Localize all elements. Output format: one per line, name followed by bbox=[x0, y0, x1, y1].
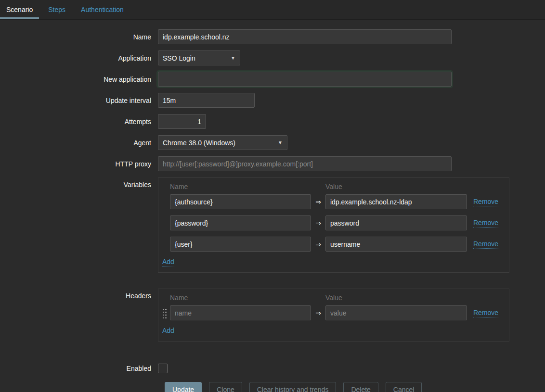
variable-remove-link[interactable]: Remove bbox=[473, 198, 498, 206]
enabled-label: Enabled bbox=[0, 365, 158, 372]
update-interval-row: Update interval bbox=[0, 93, 545, 108]
variable-name-input[interactable] bbox=[170, 215, 311, 230]
http-proxy-label: HTTP proxy bbox=[0, 160, 158, 168]
headers-row: Headers Name Value ⇒ Remove Add bbox=[0, 289, 545, 354]
application-select-value: SSO Login bbox=[163, 54, 195, 62]
variables-column-headers: Name Value bbox=[170, 183, 505, 190]
variables-label: Variables bbox=[0, 177, 158, 189]
application-select[interactable]: SSO Login ▼ bbox=[158, 51, 240, 65]
headers-name-column-header: Name bbox=[170, 294, 325, 302]
variable-row: ⇒ Remove bbox=[162, 237, 505, 252]
drag-handle-icon[interactable] bbox=[162, 307, 167, 319]
agent-select[interactable]: Chrome 38.0 (Windows) ▼ bbox=[158, 135, 287, 150]
variable-row: ⇒ Remove bbox=[162, 194, 505, 209]
variable-row: ⇒ Remove bbox=[162, 215, 505, 230]
variables-value-column-header: Value bbox=[325, 183, 342, 190]
http-proxy-input[interactable] bbox=[158, 156, 452, 171]
tab-steps[interactable]: Steps bbox=[42, 0, 72, 19]
name-label: Name bbox=[0, 33, 158, 41]
tab-authentication[interactable]: Authentication bbox=[75, 0, 130, 19]
arrow-icon: ⇒ bbox=[311, 309, 325, 317]
agent-row: Agent Chrome 38.0 (Windows) ▼ bbox=[0, 135, 545, 150]
clear-history-button[interactable]: Clear history and trends bbox=[249, 382, 337, 392]
new-application-label: New application bbox=[0, 76, 158, 83]
header-remove-link[interactable]: Remove bbox=[473, 309, 498, 317]
arrow-icon: ⇒ bbox=[311, 240, 325, 248]
new-application-input[interactable] bbox=[158, 72, 452, 87]
attempts-label: Attempts bbox=[0, 118, 158, 126]
variable-name-input[interactable] bbox=[170, 237, 311, 252]
tab-scenario[interactable]: Scenario bbox=[0, 0, 39, 19]
clone-button[interactable]: Clone bbox=[209, 382, 242, 392]
attempts-row: Attempts bbox=[0, 114, 545, 129]
variable-name-input[interactable] bbox=[170, 194, 311, 209]
agent-label: Agent bbox=[0, 139, 158, 147]
footer-buttons: Update Clone Clear history and trends De… bbox=[165, 382, 545, 392]
variables-name-column-header: Name bbox=[170, 183, 325, 190]
enabled-checkbox[interactable] bbox=[158, 364, 168, 373]
variables-row: Variables Name Value ⇒ Remove ⇒ Remove bbox=[0, 177, 545, 282]
variable-value-input[interactable] bbox=[325, 215, 467, 230]
variables-panel: Name Value ⇒ Remove ⇒ Remove ⇒ bbox=[158, 177, 509, 273]
headers-value-column-header: Value bbox=[325, 294, 342, 302]
application-label: Application bbox=[0, 54, 158, 62]
header-name-input[interactable] bbox=[170, 305, 311, 320]
header-row: ⇒ Remove bbox=[162, 305, 505, 320]
name-row: Name bbox=[0, 29, 545, 44]
update-interval-label: Update interval bbox=[0, 97, 158, 104]
headers-panel: Name Value ⇒ Remove Add bbox=[158, 289, 509, 341]
http-proxy-row: HTTP proxy bbox=[0, 156, 545, 171]
agent-select-value: Chrome 38.0 (Windows) bbox=[163, 139, 235, 147]
headers-column-headers: Name Value bbox=[170, 294, 505, 302]
new-application-row: New application bbox=[0, 72, 545, 87]
enabled-row: Enabled bbox=[0, 361, 545, 376]
tab-bar: Scenario Steps Authentication bbox=[0, 0, 545, 20]
dropdown-caret-icon: ▼ bbox=[278, 140, 283, 145]
delete-button[interactable]: Delete bbox=[343, 382, 378, 392]
variable-remove-link[interactable]: Remove bbox=[473, 219, 498, 228]
header-value-input[interactable] bbox=[325, 305, 467, 320]
variable-value-input[interactable] bbox=[325, 194, 467, 209]
cancel-button[interactable]: Cancel bbox=[386, 382, 422, 392]
variables-add-link[interactable]: Add bbox=[162, 258, 174, 266]
name-input[interactable] bbox=[158, 29, 452, 44]
variable-remove-link[interactable]: Remove bbox=[473, 240, 498, 249]
application-row: Application SSO Login ▼ bbox=[0, 51, 545, 65]
arrow-icon: ⇒ bbox=[311, 219, 325, 227]
dropdown-caret-icon: ▼ bbox=[231, 55, 235, 61]
web-scenario-form: Name Application SSO Login ▼ New applica… bbox=[0, 20, 545, 392]
variable-value-input[interactable] bbox=[325, 237, 467, 252]
update-button[interactable]: Update bbox=[165, 382, 202, 392]
arrow-icon: ⇒ bbox=[311, 198, 325, 206]
headers-label: Headers bbox=[0, 289, 158, 300]
update-interval-input[interactable] bbox=[158, 93, 255, 108]
headers-add-link[interactable]: Add bbox=[162, 327, 174, 335]
attempts-input[interactable] bbox=[158, 114, 206, 129]
